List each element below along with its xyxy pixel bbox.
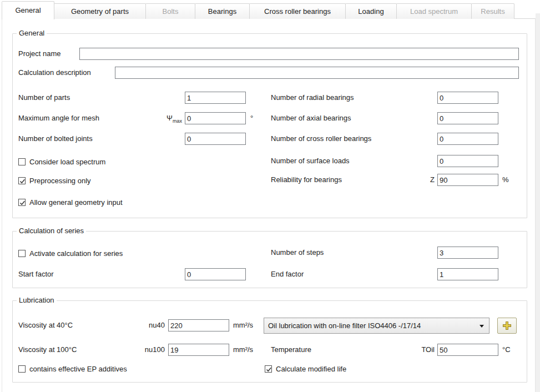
surface-loads-input[interactable] xyxy=(437,155,498,167)
psi-max-symbol: Ψmax xyxy=(133,112,182,124)
viscosity-100-input[interactable] xyxy=(168,344,229,356)
general-settings-panel: General Geometry of parts Bolts Bearings… xyxy=(0,0,540,392)
maximum-angle-label: Maximum angle for mesh xyxy=(18,112,99,124)
tab-geometry-of-parts[interactable]: Geometry of parts xyxy=(54,3,146,19)
allow-general-geometry-checkbox[interactable]: Allow general geometry input xyxy=(18,197,123,208)
lubrication-type-select[interactable]: Oil lubrication with on-line filter ISO4… xyxy=(264,318,489,334)
number-of-parts-input[interactable] xyxy=(185,92,246,104)
toil-symbol: TOil xyxy=(412,344,435,356)
tab-bar: General Geometry of parts Bolts Bearings… xyxy=(2,0,514,19)
tab-load-spectrum: Load spectrum xyxy=(396,3,472,19)
checkbox-box xyxy=(265,365,272,373)
end-factor-label: End factor xyxy=(271,268,304,280)
axial-bearings-input[interactable] xyxy=(437,112,498,124)
bolted-joints-label: Number of bolted joints xyxy=(18,133,93,145)
checkbox-box xyxy=(18,199,26,206)
check-icon xyxy=(18,199,27,207)
tab-bearings[interactable]: Bearings xyxy=(195,3,250,19)
nu100-symbol: nu100 xyxy=(133,344,165,356)
consider-load-spectrum-label: Consider load spectrum xyxy=(29,158,105,166)
group-lubrication-title: Lubrication xyxy=(17,296,57,305)
viscosity-40-label: Viscosity at 40°C xyxy=(18,319,73,331)
ep-additives-label: contains effective EP additives xyxy=(29,365,127,373)
consider-load-spectrum-checkbox[interactable]: Consider load spectrum xyxy=(18,156,105,167)
reliability-input[interactable] xyxy=(437,174,498,186)
radial-bearings-input[interactable] xyxy=(437,92,498,104)
project-name-label: Project name xyxy=(18,48,61,60)
group-general-title: General xyxy=(17,29,47,38)
surface-loads-label: Number of surface loads xyxy=(271,155,350,167)
nu40-symbol: nu40 xyxy=(133,319,165,331)
end-factor-input[interactable] xyxy=(437,268,498,280)
tab-bolts: Bolts xyxy=(145,3,195,19)
tab-results: Results xyxy=(471,3,514,19)
viscosity-100-unit: mm²/s xyxy=(233,344,253,356)
preprocessing-only-label: Preprocessing only xyxy=(29,177,91,185)
checkbox-box xyxy=(18,365,26,373)
cross-roller-bearings-label: Number of cross roller bearings xyxy=(271,133,371,145)
viscosity-40-input[interactable] xyxy=(168,319,229,331)
check-icon xyxy=(265,365,273,374)
tab-cross-roller-bearings[interactable]: Cross roller bearings xyxy=(249,3,346,19)
reliability-label: Reliability for bearings xyxy=(271,174,342,186)
temperature-label: Temperature xyxy=(271,344,311,356)
plus-icon xyxy=(502,321,512,330)
add-lubrication-button[interactable] xyxy=(497,318,517,334)
reliability-unit: % xyxy=(502,174,509,186)
calculation-description-input[interactable] xyxy=(115,67,519,79)
calculation-description-label: Calculation description xyxy=(18,67,91,79)
bolted-joints-input[interactable] xyxy=(185,133,246,145)
calculate-modified-life-label: Calculate modified life xyxy=(276,365,346,373)
allow-general-geometry-label: Allow general geometry input xyxy=(29,198,123,207)
tab-loading[interactable]: Loading xyxy=(345,3,397,19)
dialog-background-strip xyxy=(536,13,540,392)
temperature-unit: °C xyxy=(502,344,511,356)
chevron-down-icon xyxy=(480,325,484,328)
viscosity-40-unit: mm²/s xyxy=(233,319,253,331)
maximum-angle-unit: ° xyxy=(250,112,253,124)
checkbox-box xyxy=(18,177,26,184)
checkbox-box xyxy=(18,158,26,165)
start-factor-input[interactable] xyxy=(185,268,246,280)
checkbox-box xyxy=(18,250,26,257)
cross-roller-bearings-input[interactable] xyxy=(437,133,498,145)
group-calculation-of-series-title: Calculation of series xyxy=(17,227,86,235)
maximum-angle-input[interactable] xyxy=(185,112,246,124)
preprocessing-only-checkbox[interactable]: Preprocessing only xyxy=(18,175,91,186)
viscosity-100-label: Viscosity at 100°C xyxy=(18,344,77,356)
axial-bearings-label: Number of axial bearings xyxy=(271,112,351,124)
group-general xyxy=(12,33,527,218)
calculate-modified-life-checkbox[interactable]: Calculate modified life xyxy=(265,363,346,374)
number-of-parts-label: Number of parts xyxy=(18,92,70,104)
check-icon xyxy=(18,177,27,185)
radial-bearings-label: Number of radial bearings xyxy=(271,92,354,104)
lubrication-type-value: Oil lubrication with on-line filter ISO4… xyxy=(268,321,421,330)
ep-additives-checkbox[interactable]: contains effective EP additives xyxy=(18,363,127,374)
start-factor-label: Start factor xyxy=(18,268,54,280)
reliability-symbol: Z xyxy=(412,174,435,186)
number-of-steps-label: Number of steps xyxy=(271,247,324,259)
project-name-input[interactable] xyxy=(79,48,519,60)
number-of-steps-input[interactable] xyxy=(437,247,498,259)
temperature-input[interactable] xyxy=(437,344,498,356)
activate-series-label: Activate calculation for series xyxy=(29,249,123,258)
tab-general[interactable]: General xyxy=(2,1,54,19)
activate-series-checkbox[interactable]: Activate calculation for series xyxy=(18,248,123,259)
